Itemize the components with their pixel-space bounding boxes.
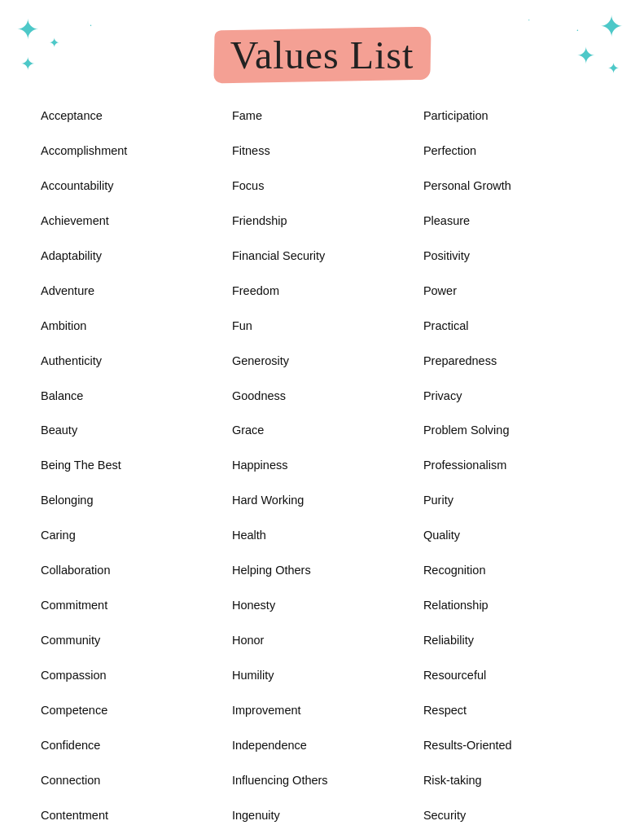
list-item: Influencing Others bbox=[232, 770, 412, 791]
list-item: Generosity bbox=[232, 351, 412, 371]
page-title: Values List bbox=[230, 33, 414, 77]
list-item: Honor bbox=[232, 630, 412, 651]
list-item: Fame bbox=[232, 106, 412, 126]
list-item: Honesty bbox=[232, 595, 412, 616]
list-item: Perfection bbox=[423, 141, 603, 161]
column-3: ParticipationPerfectionPersonal GrowthPl… bbox=[423, 106, 603, 834]
list-item: Respect bbox=[423, 700, 603, 721]
sparkle-icon: ✦ bbox=[16, 16, 39, 44]
list-item: Fitness bbox=[232, 141, 412, 161]
list-item: Privacy bbox=[423, 386, 603, 406]
list-item: Friendship bbox=[232, 211, 412, 231]
list-item: Security bbox=[423, 805, 603, 826]
list-item: Adaptability bbox=[41, 246, 221, 266]
list-item: Practical bbox=[423, 316, 603, 336]
list-item: Independence bbox=[232, 735, 412, 756]
list-item: Balance bbox=[41, 386, 221, 406]
list-item: Positivity bbox=[423, 246, 603, 266]
title-brush: Values List bbox=[230, 33, 414, 77]
list-item: Compassion bbox=[41, 665, 221, 686]
sparkle-icon: ✦ bbox=[607, 61, 620, 76]
list-item: Adventure bbox=[41, 281, 221, 301]
list-item: Personal Growth bbox=[423, 176, 603, 196]
page: ✦ ✦ ✦ · ✦ ✦ · ✦ · Values List Acceptance… bbox=[0, 0, 644, 834]
title-area: Values List bbox=[41, 33, 603, 77]
list-item: Caring bbox=[41, 525, 221, 546]
list-item: Relationship bbox=[423, 595, 603, 616]
list-item: Accountability bbox=[41, 176, 221, 196]
list-item: Achievement bbox=[41, 211, 221, 231]
list-item: Goodness bbox=[232, 386, 412, 406]
list-item: Reliability bbox=[423, 630, 603, 651]
sparkle-icon: · bbox=[528, 16, 531, 24]
sparkle-icon: · bbox=[90, 20, 92, 30]
list-item: Risk-taking bbox=[423, 770, 603, 791]
column-1: AcceptanceAccomplishmentAccountabilityAc… bbox=[41, 106, 221, 834]
list-item: Improvement bbox=[232, 700, 412, 721]
list-item: Collaboration bbox=[41, 560, 221, 581]
list-item: Helping Others bbox=[232, 560, 412, 581]
list-item: Community bbox=[41, 630, 221, 651]
list-item: Fun bbox=[232, 316, 412, 336]
list-item: Being The Best bbox=[41, 455, 221, 476]
list-item: Ingenuity bbox=[232, 805, 412, 826]
column-2: FameFitnessFocusFriendshipFinancial Secu… bbox=[232, 106, 412, 834]
list-item: Grace bbox=[232, 420, 412, 441]
list-item: Competence bbox=[41, 700, 221, 721]
list-item: Pleasure bbox=[423, 211, 603, 231]
list-item: Freedom bbox=[232, 281, 412, 301]
list-item: Power bbox=[423, 281, 603, 301]
list-item: Connection bbox=[41, 770, 221, 791]
list-item: Participation bbox=[423, 106, 603, 126]
list-item: Health bbox=[232, 525, 412, 546]
list-item: Focus bbox=[232, 176, 412, 196]
list-item: Authenticity bbox=[41, 351, 221, 371]
list-item: Financial Security bbox=[232, 246, 412, 266]
list-item: Belonging bbox=[41, 490, 221, 511]
list-item: Commitment bbox=[41, 595, 221, 616]
list-item: Resourceful bbox=[423, 665, 603, 686]
list-item: Professionalism bbox=[423, 455, 603, 476]
list-item: Acceptance bbox=[41, 106, 221, 126]
sparkle-icon: ✦ bbox=[20, 55, 35, 73]
list-item: Quality bbox=[423, 525, 603, 546]
list-item: Accomplishment bbox=[41, 141, 221, 161]
values-list-container: AcceptanceAccomplishmentAccountabilityAc… bbox=[41, 106, 603, 834]
list-item: Preparedness bbox=[423, 351, 603, 371]
list-item: Beauty bbox=[41, 420, 221, 441]
list-item: Confidence bbox=[41, 735, 221, 756]
list-item: Hard Working bbox=[232, 490, 412, 511]
list-item: Problem Solving bbox=[423, 420, 603, 441]
list-item: Humility bbox=[232, 665, 412, 686]
list-item: Purity bbox=[423, 490, 603, 511]
list-item: Results-Oriented bbox=[423, 735, 603, 756]
list-item: Happiness bbox=[232, 455, 412, 476]
list-item: Contentment bbox=[41, 805, 221, 826]
list-item: Ambition bbox=[41, 316, 221, 336]
list-item: Recognition bbox=[423, 560, 603, 581]
